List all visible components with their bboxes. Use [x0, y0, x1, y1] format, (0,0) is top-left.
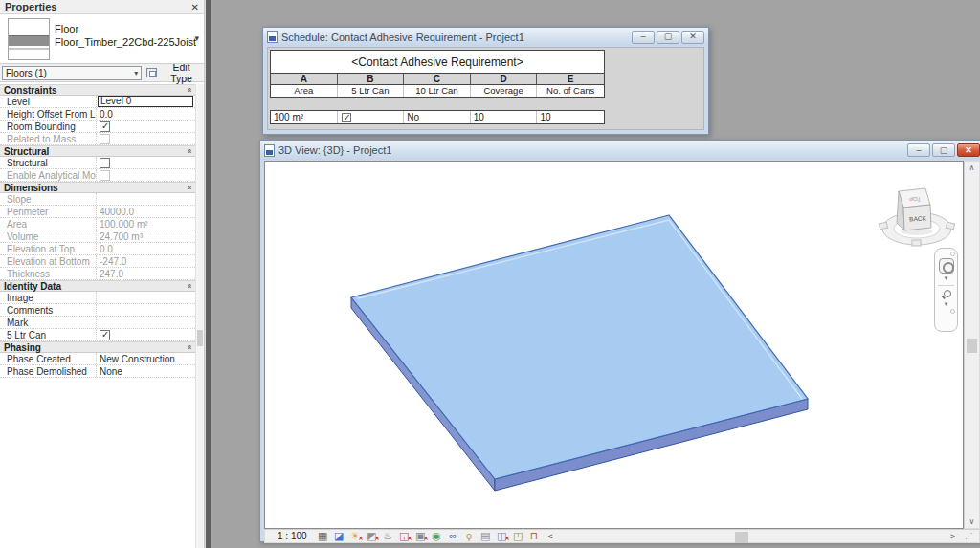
view-titlebar[interactable]: 3D View: {3D} - Project1 – ▢ ✕: [260, 141, 980, 160]
schedule-cell-5-ltr-can[interactable]: [338, 111, 405, 123]
edit-type-button[interactable]: Edit Type: [146, 65, 202, 80]
chevron-down-icon[interactable]: ▾: [945, 275, 948, 281]
resize-grip[interactable]: ⋰: [965, 532, 972, 540]
viewcube-front-label[interactable]: BACK: [909, 214, 927, 222]
schedule-cell-coverage[interactable]: 10: [471, 111, 538, 123]
hscrollbar-thumb[interactable]: [735, 532, 748, 543]
reveal-hidden-icon[interactable]: ϙ: [463, 530, 476, 542]
property-value: [97, 169, 195, 181]
filter-selected: Floors (1): [6, 68, 47, 78]
column-header-area[interactable]: Area: [271, 85, 338, 97]
panel-divider[interactable]: [205, 0, 211, 548]
scroll-right-icon[interactable]: >: [950, 532, 955, 541]
property-value[interactable]: [97, 157, 195, 168]
visual-style-icon[interactable]: ◪: [333, 530, 345, 542]
column-header-5-ltr-can[interactable]: 5 Ltr Can: [338, 85, 405, 97]
collapse-icon[interactable]: «: [184, 185, 193, 189]
scrollbar-thumb[interactable]: [197, 330, 203, 346]
property-value[interactable]: 0.0: [97, 108, 195, 120]
navbar-options-icon[interactable]: [950, 309, 955, 314]
maximize-button[interactable]: ▢: [932, 143, 955, 157]
column-letter-e[interactable]: E: [537, 74, 604, 84]
close-button[interactable]: ✕: [681, 31, 704, 44]
collapse-icon[interactable]: «: [184, 148, 193, 153]
lock-3d-view-icon[interactable]: ◉: [431, 530, 443, 542]
column-header-no-of-cans[interactable]: No. of Cans: [537, 85, 604, 97]
minimize-button[interactable]: –: [907, 143, 930, 157]
checkbox-checked[interactable]: [342, 113, 351, 122]
focused-value-field[interactable]: Level 0: [98, 96, 193, 107]
minimize-button[interactable]: –: [632, 31, 655, 44]
property-value[interactable]: [97, 292, 195, 303]
section-header-constraints[interactable]: Constraints«: [0, 84, 195, 96]
crop-view-icon[interactable]: ◱✕: [398, 530, 411, 542]
property-value[interactable]: New Construction: [97, 353, 195, 364]
scroll-up-icon[interactable]: ∧: [965, 164, 979, 172]
property-value: 100.000 m²: [97, 218, 195, 230]
property-value: [97, 193, 195, 205]
drawing-canvas[interactable]: TOP BACK ▾ ▾: [264, 161, 964, 529]
type-selector[interactable]: Floor Floor_Timber_22Cbd-225Joist ▾: [0, 14, 204, 64]
property-row-phase-demolished: Phase DemolishedNone: [0, 365, 195, 378]
filter-row: Floors (1) ▾ Edit Type: [0, 64, 204, 82]
property-value[interactable]: None: [97, 365, 195, 377]
property-row-area: Area100.000 m²: [0, 218, 195, 230]
detail-level-icon[interactable]: ▦: [317, 530, 329, 542]
close-button[interactable]: ✕: [957, 143, 980, 157]
close-icon[interactable]: ✕: [191, 2, 199, 12]
column-letter-c[interactable]: C: [404, 74, 471, 84]
schedule-titlebar[interactable]: Schedule: Contact Adhesive Requirement -…: [263, 28, 708, 46]
floor-slab-element[interactable]: [351, 215, 808, 491]
temporary-hide-isolate-icon[interactable]: ∞: [447, 530, 459, 542]
properties-panel-header[interactable]: Properties ✕: [0, 0, 204, 14]
collapse-icon[interactable]: «: [184, 87, 193, 92]
schedule-cell-area[interactable]: 100 m²: [271, 111, 338, 123]
schedule-cell-10-ltr-can[interactable]: No: [404, 111, 471, 123]
property-value[interactable]: [97, 121, 195, 132]
viewcube-top-label[interactable]: TOP: [909, 195, 922, 202]
temporary-view-properties-icon[interactable]: ▤: [479, 530, 492, 542]
checkbox-checked[interactable]: [100, 121, 110, 132]
properties-scrollbar[interactable]: [195, 84, 204, 548]
element-filter-combo[interactable]: Floors (1) ▾: [2, 66, 142, 80]
property-value[interactable]: [97, 317, 195, 328]
checkbox-checked[interactable]: [100, 330, 110, 340]
section-header-identity-data[interactable]: Identity Data«: [0, 280, 195, 292]
scale-button[interactable]: 1 : 100: [278, 531, 307, 541]
rendering-dialog-icon[interactable]: ♨: [382, 530, 394, 542]
reveal-constraints-icon[interactable]: ⊓: [528, 530, 541, 542]
schedule-cell-no-of-cans[interactable]: 10: [537, 111, 604, 123]
schedule-window: Schedule: Contact Adhesive Requirement -…: [262, 27, 709, 135]
column-letter-d[interactable]: D: [471, 74, 538, 84]
zoom-tool-icon[interactable]: [942, 290, 951, 299]
section-header-phasing[interactable]: Phasing«: [0, 341, 195, 353]
navbar-pin-icon[interactable]: [950, 252, 955, 256]
crop-region-icon[interactable]: ▣✕: [414, 530, 427, 542]
collapse-icon[interactable]: «: [184, 344, 193, 349]
steering-wheel-icon[interactable]: [939, 258, 954, 274]
property-value[interactable]: [97, 329, 195, 340]
chevron-down-icon[interactable]: ▾: [194, 33, 199, 43]
displacement-sets-icon[interactable]: ◰: [512, 530, 524, 542]
viewcube[interactable]: TOP BACK: [879, 188, 954, 246]
scroll-down-icon[interactable]: ∨: [965, 517, 979, 526]
vertical-scrollbar[interactable]: ∧ ∨: [964, 161, 980, 529]
section-header-structural[interactable]: Structural«: [0, 145, 195, 157]
property-value[interactable]: Level 0: [97, 96, 195, 107]
checkbox-unchecked[interactable]: [100, 158, 110, 168]
scroll-left-icon[interactable]: <: [548, 532, 553, 541]
view-3d-window: 3D View: {3D} - Project1 – ▢ ✕: [259, 140, 980, 542]
property-value[interactable]: [97, 304, 195, 316]
section-header-dimensions[interactable]: Dimensions«: [0, 182, 195, 193]
column-letter-b[interactable]: B: [338, 74, 405, 84]
chevron-down-icon[interactable]: ▾: [945, 301, 948, 307]
scrollbar-thumb[interactable]: [967, 339, 977, 353]
shadows-icon[interactable]: ◩✕: [366, 530, 378, 542]
collapse-icon[interactable]: «: [184, 283, 193, 288]
column-header-10-ltr-can[interactable]: 10 Ltr Can: [404, 85, 471, 97]
analytical-model-icon[interactable]: ◫✕: [496, 530, 508, 542]
sun-path-icon[interactable]: ☀✕: [349, 530, 362, 542]
restore-button[interactable]: ▢: [657, 31, 679, 44]
column-header-coverage[interactable]: Coverage: [471, 85, 538, 97]
column-letter-a[interactable]: A: [271, 74, 338, 84]
